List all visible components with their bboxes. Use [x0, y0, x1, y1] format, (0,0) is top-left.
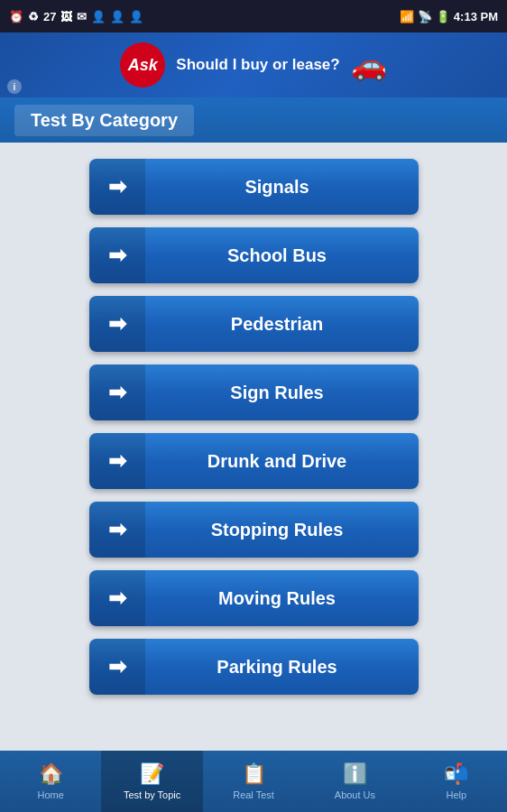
- signal-icon: 📡: [418, 10, 432, 23]
- drunk-drive-label: Drunk and Drive: [145, 451, 419, 472]
- alarm-icon: ⏰: [9, 10, 23, 23]
- page-title: Test By Category: [14, 105, 194, 136]
- sign-rules-arrow-section: ➡: [89, 364, 145, 420]
- pedestrian-arrow-section: ➡: [89, 296, 145, 352]
- main-content: ➡ Signals ➡ School Bus ➡ Pedestrian ➡ Si…: [0, 143, 507, 751]
- time-display: 4:13 PM: [454, 10, 498, 23]
- wifi-icon: 📶: [400, 10, 414, 23]
- recycle-icon: ♻: [28, 10, 39, 23]
- signals-label: Signals: [145, 177, 419, 198]
- status-left: ⏰ ♻ 27 🖼 ✉ 👤 👤 👤: [9, 10, 143, 23]
- school-bus-arrow-icon: ➡: [108, 243, 126, 268]
- help-label: Help: [447, 789, 467, 800]
- home-icon: 🏠: [39, 762, 63, 786]
- drunk-drive-arrow-icon: ➡: [108, 448, 126, 474]
- moving-rules-button[interactable]: ➡ Moving Rules: [89, 570, 419, 626]
- test-by-topic-icon: 📝: [140, 762, 164, 786]
- battery-level: 27: [43, 10, 56, 23]
- bottom-nav: 🏠 Home 📝 Test by Topic 📋 Real Test ℹ️ Ab…: [0, 751, 507, 812]
- school-bus-arrow-section: ➡: [89, 227, 145, 283]
- ad-banner[interactable]: Ask Should I buy or lease? 🚗 i: [0, 32, 507, 97]
- user-icon-3: 👤: [129, 10, 143, 23]
- drunk-and-drive-button[interactable]: ➡ Drunk and Drive: [89, 433, 419, 489]
- ad-content: Ask Should I buy or lease? 🚗: [120, 42, 386, 88]
- user-icon-2: 👤: [110, 10, 124, 23]
- pedestrian-button[interactable]: ➡ Pedestrian: [89, 296, 419, 352]
- about-us-icon: ℹ️: [343, 762, 367, 786]
- sign-rules-label: Sign Rules: [145, 383, 419, 403]
- ask-logo: Ask: [120, 42, 165, 88]
- about-us-label: About Us: [335, 789, 375, 800]
- home-label: Home: [38, 789, 64, 800]
- battery-icon: 🔋: [436, 10, 450, 23]
- partial-arrow-icon: ➡: [108, 654, 126, 679]
- partial-label: Parking Rules: [145, 657, 419, 678]
- stopping-rules-arrow-section: ➡: [89, 502, 145, 558]
- moving-rules-arrow-icon: ➡: [108, 586, 126, 611]
- school-bus-button[interactable]: ➡ School Bus: [89, 227, 419, 283]
- pedestrian-label: Pedestrian: [145, 314, 419, 335]
- nav-real-test[interactable]: 📋 Real Test: [203, 751, 304, 812]
- real-test-label: Real Test: [233, 789, 274, 800]
- moving-rules-arrow-section: ➡: [89, 570, 145, 626]
- status-right: 📶 📡 🔋 4:13 PM: [400, 10, 498, 23]
- page-header: Test By Category: [0, 97, 507, 143]
- help-icon: 📬: [444, 762, 468, 786]
- ad-car-icon: 🚗: [351, 48, 387, 82]
- partial-arrow-section: ➡: [89, 639, 145, 695]
- signals-arrow-icon: ➡: [108, 174, 126, 199]
- status-bar: ⏰ ♻ 27 🖼 ✉ 👤 👤 👤 📶 📡 🔋 4:13 PM: [0, 0, 507, 32]
- real-test-icon: 📋: [242, 762, 266, 786]
- signals-arrow-section: ➡: [89, 159, 145, 215]
- school-bus-label: School Bus: [145, 245, 419, 266]
- stopping-rules-arrow-icon: ➡: [108, 517, 126, 542]
- pedestrian-arrow-icon: ➡: [108, 311, 126, 337]
- nav-home[interactable]: 🏠 Home: [0, 751, 101, 812]
- user-icon-1: 👤: [91, 10, 106, 23]
- image-icon: 🖼: [60, 10, 72, 23]
- drunk-drive-arrow-section: ➡: [89, 433, 145, 489]
- signals-button[interactable]: ➡ Signals: [89, 159, 419, 215]
- test-by-topic-label: Test by Topic: [124, 789, 180, 800]
- ad-text: Should I buy or lease?: [176, 55, 339, 75]
- partial-button[interactable]: ➡ Parking Rules: [89, 639, 419, 695]
- stopping-rules-button[interactable]: ➡ Stopping Rules: [89, 502, 419, 558]
- sign-rules-arrow-icon: ➡: [108, 380, 126, 405]
- stopping-rules-label: Stopping Rules: [145, 520, 419, 540]
- moving-rules-label: Moving Rules: [145, 588, 419, 609]
- nav-help[interactable]: 📬 Help: [406, 751, 507, 812]
- nav-test-by-topic[interactable]: 📝 Test by Topic: [101, 751, 202, 812]
- nav-about-us[interactable]: ℹ️ About Us: [304, 751, 405, 812]
- ad-info-icon[interactable]: i: [7, 79, 22, 94]
- sign-rules-button[interactable]: ➡ Sign Rules: [89, 364, 419, 420]
- email-icon: ✉: [77, 10, 87, 23]
